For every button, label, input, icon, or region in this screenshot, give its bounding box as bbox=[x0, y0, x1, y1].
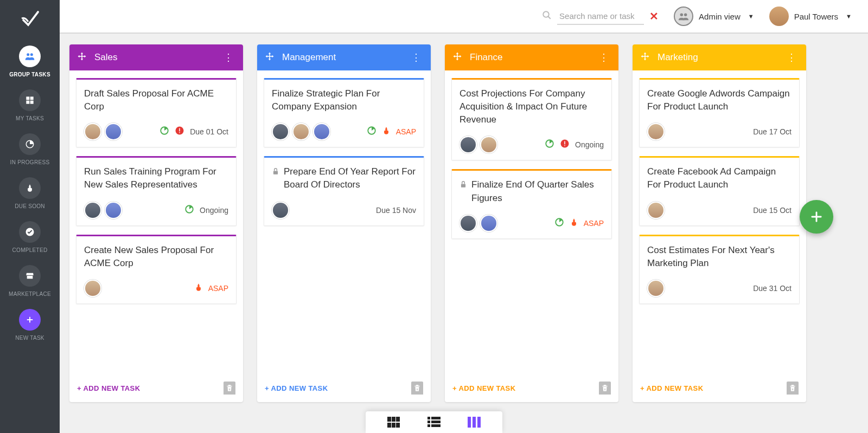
column-header[interactable]: Management ⋮ bbox=[257, 44, 431, 70]
task-avatar bbox=[272, 202, 289, 219]
topbar: ✕ Admin view ▼ Paul Towers ▼ bbox=[60, 0, 868, 34]
nav-completed[interactable]: COMPLETED bbox=[12, 221, 48, 253]
clear-search-icon[interactable]: ✕ bbox=[649, 10, 659, 23]
task-avatar bbox=[272, 123, 289, 140]
user-menu[interactable]: Paul Towers ▼ bbox=[769, 7, 852, 26]
task-avatars bbox=[647, 202, 665, 219]
svg-rect-24 bbox=[273, 171, 278, 175]
task-due: Ongoing bbox=[575, 140, 604, 149]
svg-rect-8 bbox=[27, 276, 33, 279]
nav-label: MY TASKS bbox=[16, 115, 44, 121]
task-card[interactable]: Finalize End Of Quarter Sales Figures AS… bbox=[451, 169, 612, 238]
svg-rect-26 bbox=[414, 386, 419, 386]
nav-my-tasks[interactable]: MY TASKS bbox=[16, 89, 44, 121]
task-title: Finalize End Of Quarter Sales Figures bbox=[459, 178, 604, 204]
task-card[interactable]: Run Sales Training Program For New Sales… bbox=[76, 156, 237, 225]
svg-rect-47 bbox=[396, 423, 400, 428]
check-icon bbox=[19, 221, 41, 243]
delete-column-button[interactable]: x bbox=[599, 382, 611, 395]
svg-rect-20 bbox=[228, 385, 231, 386]
nav-new-task[interactable]: NEW TASK bbox=[15, 309, 44, 341]
task-avatar bbox=[647, 123, 665, 140]
task-card[interactable]: Create Facebook Ad Campaign For Product … bbox=[639, 156, 800, 225]
column-menu-icon[interactable]: ⋮ bbox=[597, 51, 611, 63]
nav-in-progress[interactable]: IN PROGRESS bbox=[10, 133, 50, 165]
task-avatar bbox=[84, 123, 101, 140]
svg-rect-38 bbox=[790, 386, 795, 386]
column-finance: Finance ⋮ Cost Projections For Company A… bbox=[445, 44, 618, 402]
svg-point-13 bbox=[680, 14, 684, 17]
task-card[interactable]: Create Google Adwords Campaign For Produ… bbox=[639, 78, 800, 147]
add-fab-button[interactable] bbox=[800, 200, 833, 234]
task-due: ASAP bbox=[584, 219, 604, 228]
task-card[interactable]: Create New Sales Proposal For ACME Corp … bbox=[76, 235, 237, 304]
view-grid-button[interactable] bbox=[387, 417, 400, 428]
search-icon bbox=[542, 10, 552, 22]
task-card[interactable]: Prepare End Of Year Report For Board Of … bbox=[264, 156, 424, 225]
add-task-button[interactable]: + ADD NEW TASK bbox=[640, 384, 703, 392]
svg-rect-2 bbox=[26, 96, 29, 100]
lock-icon bbox=[459, 179, 467, 204]
svg-rect-34 bbox=[604, 385, 607, 386]
delete-column-button[interactable]: x bbox=[411, 382, 423, 395]
task-title: Create New Sales Proposal For ACME Corp bbox=[84, 244, 228, 270]
task-avatars bbox=[84, 123, 122, 140]
svg-rect-43 bbox=[392, 417, 395, 422]
svg-rect-21 bbox=[227, 386, 232, 386]
sidebar: GROUP TASKS MY TASKS IN PROGRESS DUE SOO… bbox=[0, 0, 60, 433]
kanban-board: Sales ⋮ Draft Sales Proposal For ACME Co… bbox=[60, 34, 868, 433]
move-icon[interactable] bbox=[77, 51, 87, 63]
fire-icon bbox=[194, 282, 203, 294]
task-card[interactable]: Cost Estimates For Next Year's Marketing… bbox=[639, 235, 800, 304]
nav-due-soon[interactable]: DUE SOON bbox=[15, 177, 45, 209]
task-title: Create Facebook Ad Campaign For Product … bbox=[647, 165, 792, 191]
task-title: Prepare End Of Year Report For Board Of … bbox=[272, 165, 416, 191]
nav-label: NEW TASK bbox=[15, 335, 44, 341]
svg-rect-54 bbox=[468, 417, 471, 428]
move-icon[interactable] bbox=[265, 51, 275, 63]
user-name: Paul Towers bbox=[794, 12, 838, 21]
svg-rect-52 bbox=[427, 424, 430, 427]
view-list-button[interactable] bbox=[427, 417, 441, 428]
task-avatars bbox=[647, 123, 665, 140]
delete-column-button[interactable]: x bbox=[787, 382, 799, 395]
task-card[interactable]: Finalize Strategic Plan For Company Expa… bbox=[264, 78, 424, 147]
add-task-button[interactable]: + ADD NEW TASK bbox=[77, 384, 140, 392]
column-menu-icon[interactable]: ⋮ bbox=[784, 51, 799, 63]
column-menu-icon[interactable]: ⋮ bbox=[409, 51, 423, 63]
svg-rect-25 bbox=[416, 385, 419, 386]
column-header[interactable]: Sales ⋮ bbox=[69, 44, 243, 70]
plus-icon bbox=[19, 309, 41, 331]
progress-icon bbox=[184, 204, 194, 216]
store-icon bbox=[19, 265, 41, 287]
task-card[interactable]: Cost Projections For Company Acquisition… bbox=[451, 78, 612, 160]
task-avatar bbox=[647, 202, 665, 219]
nav-marketplace[interactable]: MARKETPLACE bbox=[9, 265, 51, 297]
user-avatar bbox=[769, 7, 789, 26]
task-avatar bbox=[84, 280, 101, 297]
alert-icon bbox=[175, 126, 184, 138]
move-icon[interactable] bbox=[640, 51, 650, 63]
add-task-button[interactable]: + ADD NEW TASK bbox=[452, 384, 515, 392]
task-avatar bbox=[459, 136, 477, 153]
svg-rect-17 bbox=[179, 128, 180, 132]
add-task-button[interactable]: + ADD NEW TASK bbox=[265, 384, 328, 392]
svg-rect-50 bbox=[427, 421, 430, 423]
task-card[interactable]: Draft Sales Proposal For ACME Corp Due 0… bbox=[76, 78, 237, 147]
admin-view-dropdown[interactable]: Admin view ▼ bbox=[674, 7, 754, 26]
group-icon bbox=[19, 46, 41, 67]
move-icon[interactable] bbox=[452, 51, 462, 63]
column-sales: Sales ⋮ Draft Sales Proposal For ACME Co… bbox=[69, 44, 243, 402]
column-title: Marketing bbox=[658, 52, 784, 63]
lock-icon bbox=[272, 166, 279, 191]
column-menu-icon[interactable]: ⋮ bbox=[221, 51, 235, 63]
column-header[interactable]: Finance ⋮ bbox=[445, 44, 618, 70]
delete-column-button[interactable]: x bbox=[224, 382, 235, 395]
app-logo bbox=[19, 8, 41, 29]
column-header[interactable]: Marketing ⋮ bbox=[633, 44, 806, 70]
nav-group-tasks[interactable]: GROUP TASKS bbox=[9, 46, 50, 77]
task-avatars bbox=[272, 202, 289, 219]
search-input[interactable] bbox=[557, 8, 644, 25]
view-columns-button[interactable] bbox=[468, 417, 481, 428]
column-management: Management ⋮ Finalize Strategic Plan For… bbox=[257, 44, 431, 402]
